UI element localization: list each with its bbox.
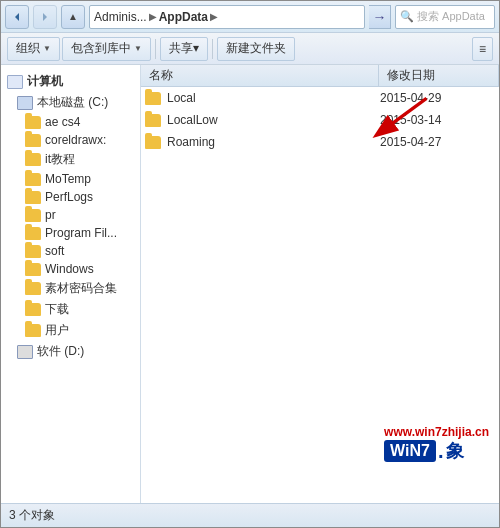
sidebar-item-label: PerfLogs: [45, 190, 93, 204]
sidebar-item-label: soft: [45, 244, 64, 258]
folder-icon: [145, 136, 161, 149]
status-count: 3 个对象: [9, 507, 55, 524]
sidebar-local-disk-label: 本地磁盘 (C:): [37, 94, 108, 111]
sidebar-item-programfiles[interactable]: Program Fil...: [1, 224, 140, 242]
drive-c-icon: [17, 96, 33, 110]
drive-d-icon: [17, 345, 33, 359]
sidebar-item-label: pr: [45, 208, 56, 222]
sidebar-local-disk[interactable]: 本地磁盘 (C:): [1, 92, 140, 113]
folder-icon: [145, 114, 161, 127]
explorer-window: ▲ Adminis... ▶ AppData ▶ → 🔍 搜索 AppData …: [0, 0, 500, 528]
sidebar-item-download[interactable]: 下载: [1, 299, 140, 320]
folder-icon: [25, 134, 41, 147]
toolbar-divider2: [212, 39, 213, 59]
svg-marker-0: [15, 13, 19, 21]
file-name: Roaming: [167, 135, 374, 149]
table-row[interactable]: Roaming 2015-04-27: [141, 131, 499, 153]
file-name: LocalLow: [167, 113, 374, 127]
library-dropdown-icon: ▼: [134, 44, 142, 53]
col-name-header[interactable]: 名称: [141, 65, 379, 86]
back-button[interactable]: [5, 5, 29, 29]
sidebar-item-users[interactable]: 用户: [1, 320, 140, 341]
file-name: Local: [167, 91, 374, 105]
share-button[interactable]: 共享▾: [160, 37, 208, 61]
breadcrumb-admins[interactable]: Adminis...: [94, 10, 147, 24]
sidebar-item-label: coreldrawx:: [45, 133, 106, 147]
folder-icon: [25, 153, 41, 166]
forward-button[interactable]: [33, 5, 57, 29]
sidebar-item-label: MoTemp: [45, 172, 91, 186]
search-placeholder: 搜索 AppData: [417, 9, 485, 24]
search-box[interactable]: 🔍 搜索 AppData: [395, 5, 495, 29]
folder-icon: [25, 191, 41, 204]
sidebar-item-label: 用户: [45, 322, 69, 339]
file-date: 2015-03-14: [380, 113, 495, 127]
file-list-area: 名称 修改日期 Local 2015-04-29 LocalLow 2015-0…: [141, 65, 499, 503]
folder-icon: [25, 227, 41, 240]
include-library-button[interactable]: 包含到库中 ▼: [62, 37, 151, 61]
sidebar-item-corel[interactable]: coreldrawx:: [1, 131, 140, 149]
table-row[interactable]: LocalLow 2015-03-14: [141, 109, 499, 131]
folder-icon: [25, 282, 41, 295]
folder-icon: [25, 209, 41, 222]
sidebar-item-pr[interactable]: pr: [1, 206, 140, 224]
toolbar: 组织 ▼ 包含到库中 ▼ 共享▾ 新建文件夹 ≡: [1, 33, 499, 65]
sidebar-computer-header[interactable]: 计算机: [1, 69, 140, 92]
sidebar-item-soft[interactable]: soft: [1, 242, 140, 260]
folder-icon: [25, 303, 41, 316]
views-icon: ≡: [479, 42, 486, 56]
sidebar-item-label: it教程: [45, 151, 75, 168]
sidebar-drive-d[interactable]: 软件 (D:): [1, 341, 140, 362]
folder-icon: [145, 92, 161, 105]
sidebar-item-it[interactable]: it教程: [1, 149, 140, 170]
table-row[interactable]: Local 2015-04-29: [141, 87, 499, 109]
search-icon: 🔍: [400, 10, 414, 23]
folder-icon: [25, 263, 41, 276]
breadcrumb-sep2: ▶: [210, 11, 218, 22]
svg-marker-1: [43, 13, 47, 21]
sidebar-item-label: 素材密码合集: [45, 280, 117, 297]
sidebar-item-label: Windows: [45, 262, 94, 276]
sidebar-item-label: 下载: [45, 301, 69, 318]
file-date: 2015-04-29: [380, 91, 495, 105]
sidebar-item-motemp[interactable]: MoTemp: [1, 170, 140, 188]
navigation-bar: ▲ Adminis... ▶ AppData ▶ → 🔍 搜索 AppData: [1, 1, 499, 33]
views-button[interactable]: ≡: [472, 37, 493, 61]
computer-icon: [7, 75, 23, 89]
status-bar: 3 个对象: [1, 503, 499, 527]
file-list-header: 名称 修改日期: [141, 65, 499, 87]
sidebar: 计算机 本地磁盘 (C:) ae cs4 coreldrawx: it教程: [1, 65, 141, 503]
sidebar-drive-d-label: 软件 (D:): [37, 343, 84, 360]
go-button[interactable]: →: [369, 5, 391, 29]
file-list: Local 2015-04-29 LocalLow 2015-03-14 Roa…: [141, 87, 499, 503]
toolbar-divider1: [155, 39, 156, 59]
sidebar-item-label: Program Fil...: [45, 226, 117, 240]
sidebar-item-perflogs[interactable]: PerfLogs: [1, 188, 140, 206]
sidebar-item-label: ae cs4: [45, 115, 80, 129]
col-date-header[interactable]: 修改日期: [379, 65, 499, 86]
new-folder-button[interactable]: 新建文件夹: [217, 37, 295, 61]
folder-icon: [25, 116, 41, 129]
breadcrumb-appdata[interactable]: AppData: [159, 10, 208, 24]
breadcrumb: Adminis... ▶ AppData ▶: [94, 10, 360, 24]
main-content: 计算机 本地磁盘 (C:) ae cs4 coreldrawx: it教程: [1, 65, 499, 503]
sidebar-item-aecs4[interactable]: ae cs4: [1, 113, 140, 131]
address-bar[interactable]: Adminis... ▶ AppData ▶: [89, 5, 365, 29]
folder-icon: [25, 245, 41, 258]
sidebar-computer-label: 计算机: [27, 73, 63, 90]
folder-icon: [25, 173, 41, 186]
breadcrumb-sep1: ▶: [149, 11, 157, 22]
sidebar-item-windows[interactable]: Windows: [1, 260, 140, 278]
file-date: 2015-04-27: [380, 135, 495, 149]
organize-dropdown-icon: ▼: [43, 44, 51, 53]
folder-icon: [25, 324, 41, 337]
organize-button[interactable]: 组织 ▼: [7, 37, 60, 61]
up-button[interactable]: ▲: [61, 5, 85, 29]
sidebar-item-sucai[interactable]: 素材密码合集: [1, 278, 140, 299]
